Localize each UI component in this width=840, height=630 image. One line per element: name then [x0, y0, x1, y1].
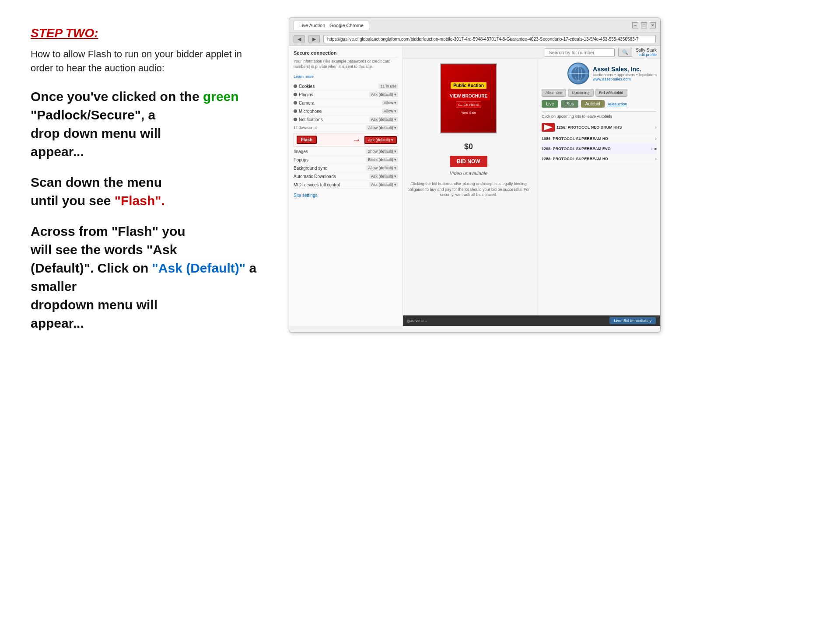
lot-item-2[interactable]: 1086: PROTOCOL SUPERBEAM HD ›	[542, 134, 657, 144]
back-button[interactable]: ◀	[294, 35, 305, 43]
sidebar-background-sync-row: Background sync Allow (default) ▾	[294, 164, 398, 172]
sidebar-popups-row: Popups Block (default) ▾	[294, 156, 398, 164]
company-name: Asset Sales, Inc.	[593, 66, 657, 73]
current-price: $0	[464, 142, 473, 151]
bullet-icon	[294, 109, 297, 113]
globe-icon	[567, 63, 589, 84]
lot-label-1: 1256: PROTOCOL NEO DRUM HHS	[556, 125, 622, 130]
browser-window: Live Auction - Google Chrome – □ ✕ ◀ ▶ h…	[289, 18, 661, 332]
instructions-panel: STEP TWO: How to allow Flash to run on y…	[18, 18, 271, 612]
site-settings-link[interactable]: Site settings	[294, 193, 317, 198]
browser-main-area: 🔍 Sally Stark edit profile Public Auctio…	[403, 46, 660, 326]
lot-item-3[interactable]: 1208: PROTOCOL SUPERBEAM EVO › ■	[542, 144, 657, 154]
plus-bid-button[interactable]: Plus	[561, 100, 578, 108]
arrow-icon: →	[352, 135, 361, 145]
sidebar-section-title: Secure connection	[294, 50, 398, 57]
company-url[interactable]: www.asset-sales.com	[593, 77, 657, 81]
bid-controls-row: Live Plus Autobid Teleauction	[542, 100, 657, 108]
lot-label-2: 1086: PROTOCOL SUPERBEAM HD	[542, 136, 608, 141]
lot-chevron-2: ›	[655, 136, 657, 142]
company-logo-area: Asset Sales, Inc. auctioneers • appraise…	[542, 63, 657, 84]
browser-sidebar: Secure connection Your information (like…	[289, 46, 403, 326]
lot-badge-1	[542, 123, 555, 132]
flash-text: "Flash".	[115, 193, 165, 208]
browser-center-right: Public Auction VIEW BROCHURE CLICK HERE …	[403, 59, 660, 315]
lot-item-1[interactable]: 1256: PROTOCOL NEO DRUM HHS ›	[542, 121, 657, 134]
company-info: Asset Sales, Inc. auctioneers • appraise…	[593, 66, 657, 81]
browser-right-panel: Asset Sales, Inc. auctioneers • appraise…	[538, 59, 660, 315]
bullet-icon	[294, 84, 297, 88]
browser-content: Secure connection Your information (like…	[289, 46, 660, 326]
lot-chevron-1: ›	[655, 124, 657, 130]
browser-tab[interactable]: Live Auction - Google Chrome	[294, 21, 369, 30]
sidebar-javascript-row: 11 Javascript Allow (default) ▾	[294, 124, 398, 132]
instruction-text-1: Once you've clicked on the green "Padloc…	[31, 88, 258, 161]
lot-item-4[interactable]: 1286: PROTOCOL SUPERBEAM HD ›	[542, 154, 657, 164]
sidebar-midi-row: MIDI devices full control Ask (default) …	[294, 181, 398, 189]
bullet-icon	[294, 93, 297, 96]
user-info: Sally Stark edit profile	[636, 48, 657, 57]
bottom-bar-text: gaslive.ci...	[407, 318, 427, 323]
video-unavailable-text: Video unavailable	[450, 171, 488, 176]
bid-tabs-row: Absentee Upcoming Bid w/Autobid	[542, 89, 657, 97]
auction-brochure[interactable]: Public Auction VIEW BROCHURE CLICK HERE …	[440, 63, 497, 133]
bid-autobid-tab[interactable]: Bid w/Autobid	[595, 89, 627, 97]
minimize-button[interactable]: –	[632, 22, 638, 28]
learn-more-link[interactable]: Learn more	[294, 74, 314, 79]
step-title: STEP TWO:	[31, 26, 258, 40]
ask-default-text: "Ask (Default)"	[152, 261, 245, 275]
sidebar-items-list: Cookies 11 in use Plugins Ask (default) …	[294, 82, 398, 198]
browser-screenshot-panel: Live Auction - Google Chrome – □ ✕ ◀ ▶ h…	[289, 18, 822, 612]
bid-now-button[interactable]: BID NOW	[450, 156, 487, 167]
lot-chevron-4: ›	[655, 156, 657, 162]
flash-label-box: Flash	[297, 136, 317, 144]
lot-label-3: 1208: PROTOCOL SUPERBEAM EVO	[542, 147, 611, 151]
sidebar-cookies-row: Cookies 11 in use	[294, 82, 398, 91]
lot-label-4: 1286: PROTOCOL SUPERBEAM HD	[542, 157, 608, 161]
sidebar-notifications-row: Notifications Ask (default) ▾	[294, 116, 398, 124]
instruction-text-2: Scan down the menuuntil you see "Flash".	[31, 173, 258, 210]
close-button[interactable]: ✕	[650, 22, 656, 28]
auto-bid-button[interactable]: Autobid	[581, 100, 605, 108]
maximize-button[interactable]: □	[641, 22, 647, 28]
sidebar-flash-row: Flash → Ask (default) ▾	[294, 133, 398, 147]
svg-marker-4	[544, 124, 553, 130]
lot-search-input[interactable]	[545, 48, 615, 57]
sidebar-auto-downloads-row: Automatic Downloads Ask (default) ▾	[294, 172, 398, 181]
sidebar-plugins-row: Plugins Ask (default) ▾	[294, 91, 398, 99]
browser-addressbar: ◀ ▶ https://gaslive.ci.globalauctionglaf…	[289, 33, 660, 46]
address-bar[interactable]: https://gaslive.ci.globalauctionglaform.…	[323, 35, 656, 43]
instruction-block-3: Across from "Flash" youwill see the word…	[31, 222, 258, 332]
live-bid-button[interactable]: Live	[542, 100, 558, 108]
window-controls: – □ ✕	[632, 22, 656, 28]
instruction-text-3: Across from "Flash" youwill see the word…	[31, 222, 258, 332]
company-tagline: auctioneers • appraisers • liquidators	[593, 73, 657, 77]
bullet-icon	[294, 101, 297, 105]
live-bid-immediately-button[interactable]: Live! Bid Immediately	[609, 317, 656, 324]
instruction-block-1: Once you've clicked on the green "Padloc…	[31, 88, 258, 161]
search-button[interactable]: 🔍	[618, 48, 632, 57]
browser-center-content: Public Auction VIEW BROCHURE CLICK HERE …	[403, 59, 534, 315]
view-brochure-label: VIEW BROCHURE	[447, 92, 490, 100]
sidebar-images-row: Images Show (default) ▾	[294, 147, 398, 156]
edit-profile-link[interactable]: edit profile	[636, 52, 657, 57]
forward-button[interactable]: ▶	[308, 35, 320, 43]
instruction-block-2: Scan down the menuuntil you see "Flash".	[31, 173, 258, 210]
teleauction-link[interactable]: Teleauction	[607, 102, 627, 106]
sidebar-camera-row: Camera Allow ▾	[294, 99, 398, 107]
browser-titlebar: Live Auction - Google Chrome – □ ✕	[289, 18, 660, 33]
click-here-label: CLICK HERE	[456, 102, 481, 108]
lot-chevron-3: ›	[651, 146, 653, 152]
public-auction-label: Public Auction	[451, 82, 486, 89]
disclaimer-text: Clicking the bid button and/or placing a…	[407, 181, 530, 198]
green-text: green	[203, 89, 239, 104]
separator	[542, 111, 657, 112]
sidebar-microphone-row: Microphone Allow ▾	[294, 107, 398, 116]
absentee-tab[interactable]: Absentee	[542, 89, 566, 97]
browser-top-search-bar: 🔍 Sally Stark edit profile	[403, 46, 660, 59]
lot-message: Click on upcoming lots to leave Autobids	[542, 114, 657, 119]
browser-bottom-bar: gaslive.ci... Live! Bid Immediately	[403, 315, 660, 326]
bullet-icon	[294, 118, 297, 121]
flash-value-dropdown[interactable]: Ask (default) ▾	[364, 136, 397, 144]
upcoming-tab[interactable]: Upcoming	[568, 89, 594, 97]
